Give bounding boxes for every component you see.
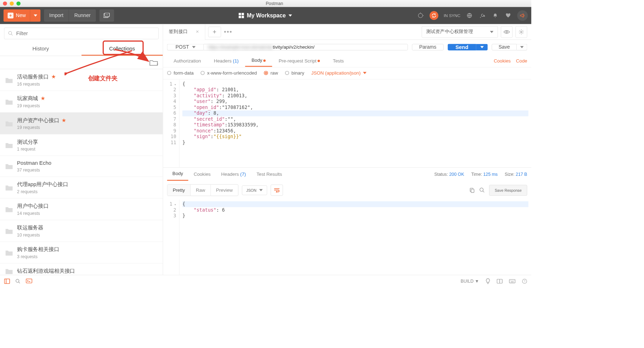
environment-settings[interactable] <box>515 26 527 38</box>
import-button[interactable]: Import <box>44 9 69 22</box>
url-row: POST https://example.host.domain/ac tivi… <box>163 40 531 54</box>
subtab-authorization[interactable]: Authorization <box>167 55 207 66</box>
url-input[interactable]: https://example.host.domain/ac tivity/ap… <box>204 44 408 50</box>
status-bar: BUILD ▼ ? <box>0 275 531 287</box>
wrench-icon[interactable] <box>478 12 486 19</box>
capture-icon[interactable] <box>417 12 424 19</box>
save-button[interactable]: Save <box>492 44 517 50</box>
collection-item[interactable]: 钻石返利游戏端相关接口 <box>0 263 163 275</box>
new-window-button[interactable]: + <box>100 9 114 22</box>
runner-button[interactable]: Runner <box>69 9 96 22</box>
view-raw[interactable]: Raw <box>190 185 211 196</box>
cookies-link[interactable]: Cookies <box>494 58 511 64</box>
sync-status-icon[interactable] <box>430 11 439 20</box>
help-icon[interactable]: ? <box>522 278 527 284</box>
chevron-down-icon <box>289 14 292 17</box>
environment-select[interactable]: 测试资产中心权限管理 <box>422 26 498 38</box>
resp-tab-body[interactable]: Body <box>167 168 188 181</box>
view-preview[interactable]: Preview <box>211 185 238 196</box>
collection-item[interactable]: 用户资产中心接口★19 requests <box>0 113 163 134</box>
resp-tab-headers[interactable]: Headers (7) <box>216 168 251 180</box>
new-collection-icon[interactable]: + <box>149 59 158 66</box>
send-dropdown[interactable] <box>476 44 488 50</box>
collections-list: 创建文件夹 活动服务接口★16 requests玩家商城★19 requests… <box>0 69 163 275</box>
workspace-icon <box>238 13 244 18</box>
svg-point-20 <box>511 280 512 281</box>
heart-icon[interactable] <box>504 12 512 19</box>
params-button[interactable]: Params <box>412 44 444 50</box>
bell-icon[interactable] <box>492 12 499 19</box>
bulb-icon[interactable] <box>485 278 490 284</box>
search-icon <box>8 31 13 36</box>
svg-point-3 <box>418 13 423 18</box>
sidebar-toggle-icon[interactable] <box>4 278 10 284</box>
request-body-editor[interactable]: 1234567891011 { "app_id": 21001, "activi… <box>163 80 531 167</box>
radio-raw[interactable]: raw <box>264 70 278 76</box>
minimize-window-icon[interactable] <box>10 1 14 6</box>
tab-collections[interactable]: Collections <box>81 42 163 56</box>
chevron-down-icon <box>363 71 366 75</box>
collection-item[interactable]: 联运服务器10 requests <box>0 220 163 242</box>
svg-text:+: + <box>157 62 158 66</box>
radio-form-data[interactable]: form-data <box>167 70 194 76</box>
console-icon[interactable] <box>26 278 32 284</box>
send-button[interactable]: Send <box>448 44 476 50</box>
subtab-prerequest[interactable]: Pre-request Script <box>272 55 327 66</box>
svg-text:?: ? <box>524 279 526 283</box>
subtab-headers[interactable]: Headers (1) <box>208 55 245 66</box>
find-icon[interactable] <box>15 278 21 284</box>
filter-input-wrap[interactable] <box>4 28 159 39</box>
search-response-icon[interactable] <box>479 187 485 193</box>
tab-options[interactable]: ••• <box>224 28 232 36</box>
content-type-select[interactable]: JSON (application/json) <box>311 70 366 76</box>
radio-binary[interactable]: binary <box>285 70 304 76</box>
collection-item[interactable]: 购卡服务相关接口3 requests <box>0 242 163 263</box>
collection-item[interactable]: 用户中心接口14 requests <box>0 199 163 220</box>
new-dropdown[interactable] <box>30 9 41 22</box>
copy-response-icon[interactable] <box>469 187 475 193</box>
resp-tab-tests[interactable]: Test Results <box>251 168 288 180</box>
close-window-icon[interactable] <box>3 1 7 6</box>
code-link[interactable]: Code <box>516 58 527 64</box>
workspace-label: My Workspace <box>247 12 285 19</box>
new-button[interactable]: + New <box>4 9 41 22</box>
two-pane-icon[interactable] <box>497 279 503 283</box>
status-stat: Status: 200 OK <box>434 172 464 176</box>
build-mode[interactable]: BUILD ▼ <box>461 279 479 284</box>
import-runner-segment: Import Runner <box>44 9 96 22</box>
svg-point-7 <box>506 31 508 33</box>
keyboard-icon[interactable] <box>509 279 515 283</box>
response-body-editor[interactable]: 123 { "status": 6} <box>163 200 531 275</box>
new-tab-button[interactable]: + <box>208 27 221 37</box>
wrap-lines-button[interactable] <box>271 185 283 196</box>
globe-icon[interactable] <box>466 12 473 19</box>
request-tab-active[interactable]: 签到接口 × <box>163 24 205 40</box>
save-dropdown[interactable] <box>517 44 527 50</box>
environment-quicklook[interactable] <box>501 26 512 38</box>
save-response-button[interactable]: Save Response <box>489 185 527 196</box>
method-select[interactable]: POST <box>167 44 203 50</box>
svg-text:+: + <box>106 13 108 17</box>
collection-item[interactable]: Postman Echo37 requests <box>0 156 163 177</box>
resp-tab-cookies[interactable]: Cookies <box>188 168 216 180</box>
zoom-window-icon[interactable] <box>16 1 21 6</box>
announce-icon[interactable] <box>517 10 528 21</box>
view-pretty[interactable]: Pretty <box>167 185 190 196</box>
tab-history[interactable]: History <box>0 42 81 56</box>
subtab-tests[interactable]: Tests <box>326 55 350 66</box>
collection-item[interactable]: 活动服务接口★16 requests <box>0 69 163 91</box>
request-subtabs: Authorization Headers (1) Body Pre-reque… <box>163 54 531 67</box>
collection-item[interactable]: 测试分享1 request <box>0 134 163 156</box>
collection-item[interactable]: 玩家商城★19 requests <box>0 91 163 113</box>
close-icon[interactable]: × <box>196 29 199 35</box>
radio-urlencoded[interactable]: x-www-form-urlencoded <box>201 70 257 76</box>
filter-input[interactable] <box>16 30 155 36</box>
subtab-body[interactable]: Body <box>245 55 272 67</box>
svg-rect-10 <box>471 189 474 193</box>
response-lang-select[interactable]: JSON <box>242 185 267 195</box>
workspace-switcher[interactable]: My Workspace <box>114 12 417 19</box>
collection-item[interactable]: 代理app用户中心接口2 requests <box>0 176 163 198</box>
svg-point-8 <box>521 31 522 32</box>
plus-icon: + <box>7 12 14 18</box>
window-titlebar: Postman <box>0 0 531 7</box>
